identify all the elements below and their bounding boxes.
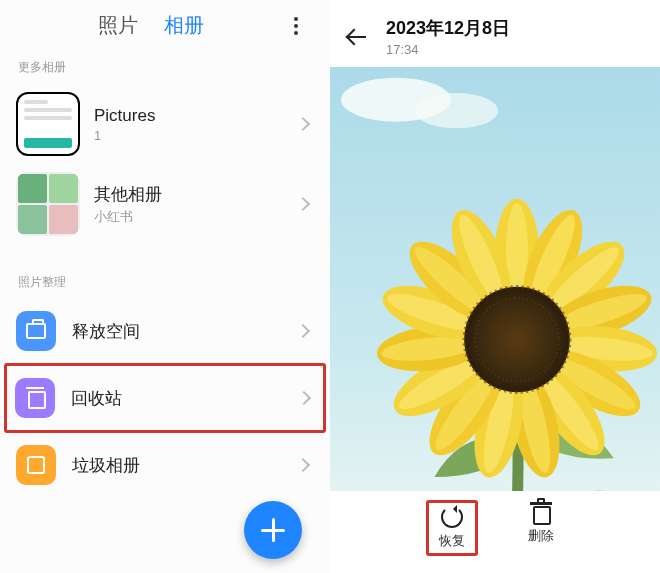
manage-junk-album[interactable]: 垃圾相册	[12, 433, 318, 497]
sunflower-image	[330, 67, 660, 491]
section-more-albums: 更多相册	[18, 59, 312, 76]
manage-label: 回收站	[71, 387, 299, 410]
album-text: 其他相册 小红书	[94, 183, 298, 226]
detail-header: 2023年12月8日 17:34	[330, 0, 660, 67]
chevron-right-icon	[296, 458, 310, 472]
tab-photos[interactable]: 照片	[98, 12, 138, 39]
album-row-others[interactable]: 其他相册 小红书	[12, 164, 318, 244]
manage-label: 垃圾相册	[72, 454, 298, 477]
delete-button[interactable]: 删除	[528, 503, 554, 553]
detail-actions: 恢复 删除	[330, 491, 660, 573]
restore-icon	[441, 506, 463, 528]
trash-icon	[532, 503, 550, 523]
album-count: 1	[94, 128, 298, 143]
section-photo-manage: 照片整理	[18, 274, 312, 291]
album-thumb	[16, 172, 80, 236]
action-label: 恢复	[439, 532, 465, 550]
chevron-right-icon	[296, 117, 310, 131]
albums-pane: 照片 相册 更多相册 Pictures 1 其他相册 小红书 照片整理 释放空间	[0, 0, 330, 573]
album-row-pictures[interactable]: Pictures 1	[12, 84, 318, 164]
back-icon[interactable]	[346, 26, 368, 48]
svg-point-2	[415, 93, 499, 128]
top-tabs: 照片 相册	[12, 0, 318, 47]
chevron-right-icon	[296, 324, 310, 338]
manage-free-space[interactable]: 释放空间	[12, 299, 318, 363]
trash-icon	[15, 378, 55, 418]
chevron-right-icon	[297, 391, 311, 405]
manage-recycle-bin[interactable]: 回收站	[4, 363, 326, 433]
add-album-button[interactable]	[244, 501, 302, 559]
chevron-right-icon	[296, 197, 310, 211]
photo-date: 2023年12月8日	[386, 16, 510, 40]
album-text: Pictures 1	[94, 106, 298, 143]
tab-albums[interactable]: 相册	[164, 12, 204, 39]
photo-time: 17:34	[386, 42, 510, 57]
photo-detail-pane: 2023年12月8日 17:34	[330, 0, 660, 573]
album-title: 其他相册	[94, 183, 298, 206]
action-label: 删除	[528, 527, 554, 545]
album-title: Pictures	[94, 106, 298, 126]
manage-label: 释放空间	[72, 320, 298, 343]
restore-button[interactable]: 恢复	[426, 500, 478, 556]
album-source: 小红书	[94, 208, 298, 226]
photo-viewer[interactable]	[330, 67, 660, 491]
box-icon	[16, 311, 56, 351]
square-icon	[16, 445, 56, 485]
album-thumb	[16, 92, 80, 156]
header-text: 2023年12月8日 17:34	[386, 16, 510, 57]
svg-point-33	[464, 287, 570, 393]
more-menu-icon[interactable]	[284, 14, 308, 38]
